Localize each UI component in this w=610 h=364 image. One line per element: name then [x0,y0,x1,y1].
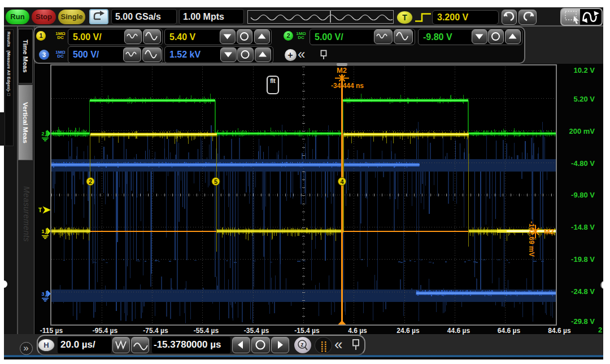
svg-text:-34.444 ns: -34.444 ns [331,82,364,90]
svg-text:3: 3 [41,291,44,297]
svg-text:T: T [38,207,42,213]
svg-text:4: 4 [340,178,344,185]
svg-text:flt: flt [270,78,276,84]
svg-text:1: 1 [41,229,44,234]
svg-text:2: 2 [89,178,92,185]
svg-text:5: 5 [214,178,217,185]
svg-text:M2: M2 [544,227,554,236]
svg-text:z: z [301,341,304,348]
svg-text:M2: M2 [337,66,347,74]
svg-text:2: 2 [41,131,44,137]
svg-text:-102.69 mV: -102.69 mV [528,221,535,257]
